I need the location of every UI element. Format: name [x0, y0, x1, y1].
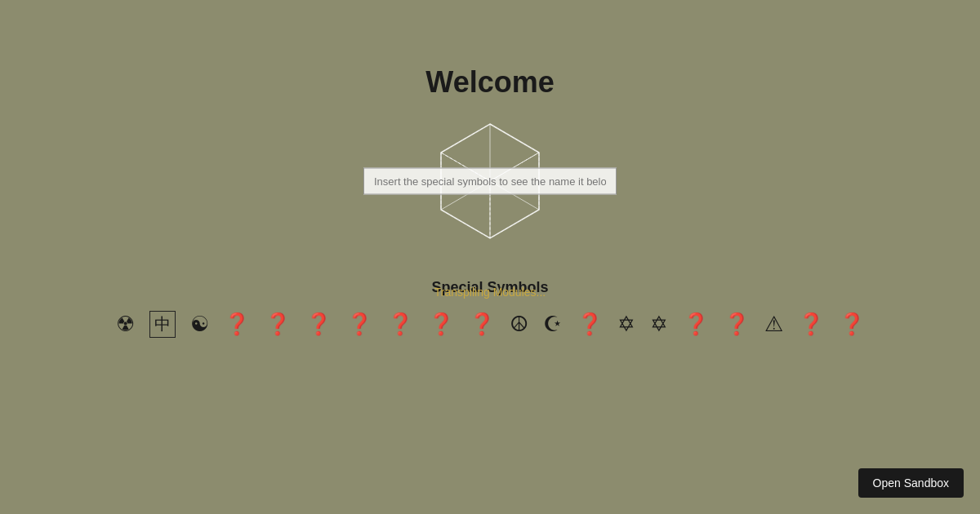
symbol-chinese[interactable]: 中	[149, 311, 176, 338]
symbol-crescent[interactable]: ☪	[543, 312, 562, 337]
symbol-q9[interactable]: ❓	[683, 312, 709, 337]
symbol-q8[interactable]: ❓	[577, 312, 603, 337]
symbol-q5[interactable]: ❓	[387, 312, 413, 337]
symbol-star-david[interactable]: ✡	[650, 312, 668, 337]
symbol-q4[interactable]: ❓	[346, 312, 372, 337]
symbol-dharma[interactable]: ✡	[617, 312, 635, 337]
open-sandbox-button[interactable]: Open Sandbox	[858, 468, 964, 498]
hex-container	[425, 116, 555, 246]
welcome-title: Welcome	[425, 65, 554, 100]
symbol-q11[interactable]: ❓	[798, 312, 824, 337]
symbol-q1[interactable]: ❓	[224, 312, 250, 337]
symbol-q7[interactable]: ❓	[469, 312, 495, 337]
symbol-q3[interactable]: ❓	[305, 312, 332, 337]
main-content: Welcome Special Symbols ☢ 中 ☯	[116, 65, 865, 338]
symbol-q6[interactable]: ❓	[428, 312, 454, 337]
search-input[interactable]	[363, 168, 617, 195]
transpiling-text: Transpiling Modules...	[434, 286, 546, 299]
symbol-q2[interactable]: ❓	[265, 312, 291, 337]
symbol-warning[interactable]: ⚠	[764, 312, 783, 337]
symbols-section: Special Symbols ☢ 中 ☯ ❓ ❓ ❓ ❓ ❓ ❓ ❓ ☮ ☪ …	[116, 279, 865, 338]
symbols-row: ☢ 中 ☯ ❓ ❓ ❓ ❓ ❓ ❓ ❓ ☮ ☪ ❓ ✡ ✡ ❓ ❓ ⚠ ❓ ❓	[116, 311, 865, 338]
symbol-yin-yang[interactable]: ☯	[190, 312, 209, 337]
symbol-q10[interactable]: ❓	[724, 312, 750, 337]
symbol-q12[interactable]: ❓	[839, 312, 865, 337]
symbol-radioactive[interactable]: ☢	[116, 312, 135, 337]
symbol-peace[interactable]: ☮	[510, 312, 528, 337]
